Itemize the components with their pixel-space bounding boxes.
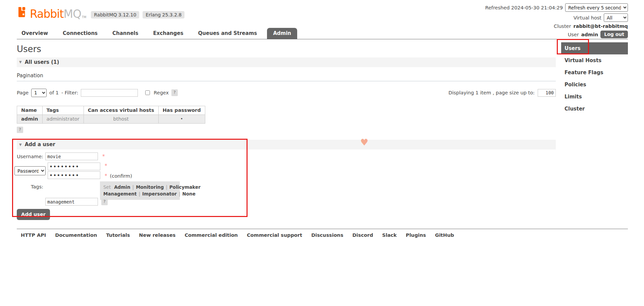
tag-separator: | [179, 191, 180, 196]
pagination-title: Pagination [17, 73, 556, 81]
admin-sidebar: UsersVirtual HostsFeature FlagsPoliciesL… [561, 42, 628, 115]
username-field[interactable] [45, 152, 98, 160]
footer-link-plugins[interactable]: Plugins [406, 232, 426, 238]
user-has-password-cell: • [158, 115, 205, 123]
tag-separator: | [139, 191, 140, 196]
displaying-text: Displaying 1 item , page size up to: [448, 90, 535, 95]
users-table-body: adminadministratorbthost• [17, 115, 205, 123]
tags-help-badge[interactable]: ? [101, 199, 108, 205]
footer-link-documentation[interactable]: Documentation [55, 232, 97, 238]
column-header-tags: Tags [42, 106, 84, 115]
sidebar-item-feature-flags[interactable]: Feature Flags [561, 67, 628, 79]
password-field[interactable] [48, 163, 100, 170]
regex-label: Regex [154, 90, 169, 95]
tab-bar: OverviewConnectionsChannelsExchangesQueu… [17, 28, 628, 39]
tags-label: Tags: [17, 184, 45, 189]
column-header-has-password: Has password [158, 106, 205, 115]
virtual-host-label: Virtual host [574, 15, 601, 20]
brand-secondary: MQ [63, 8, 81, 19]
version-badge-rabbitmq-3-12-10: RabbitMQ 3.12.10 [91, 11, 139, 18]
table-row: adminadministratorbthost• [17, 115, 205, 123]
add-user-section-header[interactable]: ▼ Add a user [17, 140, 556, 149]
page-title: Users [17, 44, 556, 54]
sidebar-item-users[interactable]: Users [561, 42, 628, 54]
brand-trademark: TM [82, 15, 86, 19]
users-table-header-row: NameTagsCan access virtual hostsHas pass… [17, 106, 205, 115]
rabbitmq-logo-icon [17, 6, 30, 19]
page-select[interactable]: 1 [31, 89, 47, 97]
footer-link-discord[interactable]: Discord [353, 232, 373, 238]
sidebar-item-policies[interactable]: Policies [561, 79, 628, 91]
version-badge-erlang-25-3-2-8: Erlang 25.3.2.8 [143, 11, 184, 18]
sidebar-item-virtual-hosts[interactable]: Virtual Hosts [561, 54, 628, 67]
version-badges: RabbitMQ 3.12.10Erlang 25.3.2.8 [91, 11, 184, 18]
add-user-section: ▼ Add a user Username: * Password: * * [17, 140, 556, 225]
users-table-help-badge[interactable]: ? [17, 127, 23, 133]
tag-options: Admin|Monitoring|PolicymakerManagement|I… [103, 184, 201, 196]
tab-queues-and-streams[interactable]: Queues and Streams [194, 28, 262, 39]
tag-separator: | [166, 184, 167, 190]
footer-link-discussions[interactable]: Discussions [311, 232, 343, 238]
user-tags-cell: administrator [42, 115, 84, 123]
tab-connections[interactable]: Connections [58, 28, 102, 39]
regex-checkbox[interactable] [145, 90, 150, 95]
tab-admin[interactable]: Admin [267, 28, 297, 39]
brand-primary: Rabbit [30, 8, 63, 19]
column-header-name: Name [17, 106, 43, 115]
password-type-select[interactable]: Password: [14, 166, 46, 175]
virtual-host-select[interactable]: All [604, 13, 628, 22]
required-asterisk: * [105, 173, 107, 179]
regex-help-badge[interactable]: ? [171, 89, 178, 96]
collapse-triangle-icon: ▼ [19, 143, 22, 146]
users-table: NameTagsCan access virtual hostsHas pass… [17, 106, 205, 124]
collapse-triangle-icon: ▼ [19, 60, 22, 64]
add-user-section-title: Add a user [25, 141, 55, 147]
tag-option-policymaker[interactable]: Policymaker [169, 184, 201, 190]
required-asterisk: * [102, 154, 105, 160]
tag-options-panel: SetAdmin|Monitoring|PolicymakerManagemen… [100, 181, 180, 200]
tag-option-impersonator[interactable]: Impersonator [142, 191, 177, 196]
tags-field[interactable] [45, 198, 98, 206]
tag-option-none[interactable]: None [182, 191, 195, 196]
footer-link-tutorials[interactable]: Tutorials [106, 232, 130, 238]
filter-input[interactable] [81, 89, 138, 97]
heart-icon: ♥ [360, 138, 368, 147]
page-of-label: of 1 [49, 90, 59, 95]
username-label: Username: [17, 154, 45, 159]
column-header-can-access-virtual-hosts: Can access virtual hosts [84, 106, 158, 115]
footer-link-http-api[interactable]: HTTP API [21, 232, 46, 238]
required-asterisk: * [105, 163, 107, 169]
footer-link-new-releases[interactable]: New releases [139, 232, 175, 238]
sidebar-item-cluster[interactable]: Cluster [561, 103, 628, 115]
tab-channels[interactable]: Channels [108, 28, 143, 39]
refresh-interval-select[interactable]: Refresh every 5 seconds [565, 3, 628, 12]
tag-option-management[interactable]: Management [103, 191, 137, 196]
page-size-input[interactable] [538, 89, 556, 97]
add-user-button[interactable]: Add user [17, 209, 50, 220]
tab-exchanges[interactable]: Exchanges [148, 28, 188, 39]
sidebar-item-limits[interactable]: Limits [561, 91, 628, 103]
user-vhosts-cell: bthost [84, 115, 158, 123]
password-confirm-field[interactable] [48, 171, 100, 179]
tag-separator: | [132, 184, 134, 190]
filter-row: Page 1 of 1 - Filter: Regex ? Displaying… [17, 89, 556, 97]
footer-link-slack[interactable]: Slack [382, 232, 396, 238]
footer-link-github[interactable]: GitHub [435, 232, 454, 238]
page-label: Page [17, 90, 29, 95]
user-name-cell[interactable]: admin [17, 115, 43, 123]
footer-links: HTTP APIDocumentationTutorialsNew releas… [17, 232, 628, 238]
tag-option-admin[interactable]: Admin [114, 184, 130, 190]
footer-link-commercial-edition[interactable]: Commercial edition [184, 232, 238, 238]
footer: HTTP APIDocumentationTutorialsNew releas… [17, 229, 628, 238]
set-label: Set [103, 184, 111, 190]
refreshed-timestamp: Refreshed 2024-05-30 21:04:29 [485, 5, 563, 10]
filter-label: - Filter: [61, 90, 78, 95]
tag-option-monitoring[interactable]: Monitoring [136, 184, 164, 190]
rabbitmq-logo[interactable]: RabbitMQ TM [17, 6, 86, 19]
tab-overview[interactable]: Overview [17, 28, 53, 39]
footer-link-commercial-support[interactable]: Commercial support [247, 232, 302, 238]
all-users-section-title: All users (1) [25, 59, 59, 65]
header: RabbitMQ TM RabbitMQ 3.12.10Erlang 25.3.… [0, 0, 644, 39]
main-content: Users ▼ All users (1) Pagination Page 1 … [17, 44, 556, 225]
all-users-section-header[interactable]: ▼ All users (1) [17, 57, 556, 67]
